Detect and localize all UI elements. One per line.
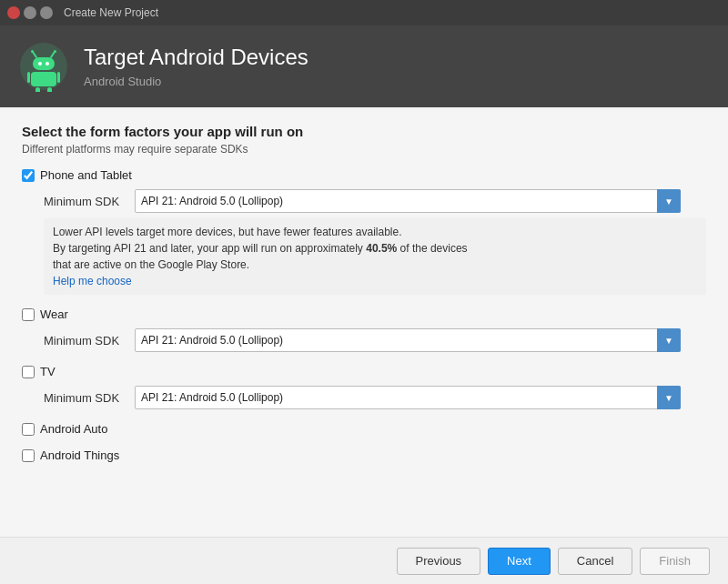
phone-tablet-sdk-wrapper: API 21: Android 5.0 (Lollipop)API 22: An… xyxy=(135,189,681,213)
help-link-row: Help me choose xyxy=(53,273,697,289)
title-bar: Create New Project xyxy=(0,0,728,25)
phone-tablet-info-box: Lower API levels target more devices, bu… xyxy=(44,218,706,295)
phone-tablet-sdk-row: Minimum SDK API 21: Android 5.0 (Lollipo… xyxy=(44,189,706,213)
phone-tablet-sdk-label: Minimum SDK xyxy=(44,195,126,208)
tv-sdk-select[interactable]: API 21: Android 5.0 (Lollipop)API 22: An… xyxy=(135,386,681,409)
phone-tablet-group: Phone and Tablet Minimum SDK API 21: And… xyxy=(22,168,706,295)
tv-group: TV Minimum SDK API 21: Android 5.0 (Loll… xyxy=(22,365,706,409)
phone-tablet-sdk-select[interactable]: API 21: Android 5.0 (Lollipop)API 22: An… xyxy=(135,189,681,213)
phone-tablet-label[interactable]: Phone and Tablet xyxy=(40,168,132,182)
wear-group: Wear Minimum SDK API 21: Android 5.0 (Lo… xyxy=(22,307,706,352)
tv-sdk-label: Minimum SDK xyxy=(44,391,126,405)
svg-rect-5 xyxy=(33,57,55,70)
header-title: Target Android Devices xyxy=(84,45,308,71)
maximize-button[interactable] xyxy=(40,6,53,19)
wear-sdk-wrapper: API 21: Android 5.0 (Lollipop)API 22: An… xyxy=(135,328,681,352)
svg-rect-11 xyxy=(35,87,40,92)
android-auto-checkbox-row: Android Auto xyxy=(22,422,706,436)
svg-rect-10 xyxy=(57,72,60,83)
wear-checkbox-row: Wear xyxy=(22,307,706,321)
window-controls xyxy=(7,6,53,19)
main-window: Create New Project xyxy=(0,0,728,584)
dialog-footer: Previous Next Cancel Finish xyxy=(0,537,728,584)
tv-sdk-row: Minimum SDK API 21: Android 5.0 (Lollipo… xyxy=(44,386,706,409)
section-subtitle: Different platforms may require separate… xyxy=(22,143,706,156)
wear-sdk-row: Minimum SDK API 21: Android 5.0 (Lollipo… xyxy=(44,328,706,352)
svg-point-6 xyxy=(38,62,42,65)
dialog-header: Target Android Devices Android Studio xyxy=(0,25,728,107)
info-line2-start: By targeting API 21 and later, your app … xyxy=(53,242,366,255)
svg-rect-9 xyxy=(27,72,30,83)
wear-label[interactable]: Wear xyxy=(40,307,68,321)
header-subtitle: Android Studio xyxy=(84,75,308,88)
section-title: Select the form factors your app will ru… xyxy=(22,124,706,139)
info-line2-end: of the devices xyxy=(397,242,467,255)
phone-tablet-checkbox-row: Phone and Tablet xyxy=(22,168,706,182)
info-line1: Lower API levels target more devices, bu… xyxy=(53,224,697,240)
content-area: Select the form factors your app will ru… xyxy=(0,107,728,584)
android-auto-label[interactable]: Android Auto xyxy=(40,422,107,436)
android-things-label[interactable]: Android Things xyxy=(40,448,119,462)
info-line3: that are active on the Google Play Store… xyxy=(53,257,697,273)
close-button[interactable] xyxy=(7,6,20,19)
svg-point-7 xyxy=(46,62,49,65)
phone-tablet-checkbox[interactable] xyxy=(22,169,35,182)
minimize-button[interactable] xyxy=(24,6,36,19)
tv-checkbox-row: TV xyxy=(22,365,706,378)
android-auto-group: Android Auto xyxy=(22,422,706,436)
svg-rect-8 xyxy=(31,72,56,86)
window-title: Create New Project xyxy=(64,6,158,19)
wear-sdk-select[interactable]: API 21: Android 5.0 (Lollipop)API 22: An… xyxy=(135,328,681,352)
tv-label[interactable]: TV xyxy=(40,365,56,378)
android-logo-icon xyxy=(18,41,69,92)
android-things-checkbox[interactable] xyxy=(22,449,35,462)
info-percentage: 40.5% xyxy=(366,242,397,255)
info-line2: By targeting API 21 and later, your app … xyxy=(53,240,697,257)
svg-rect-12 xyxy=(47,87,52,92)
header-text: Target Android Devices Android Studio xyxy=(84,45,308,88)
previous-button[interactable]: Previous xyxy=(397,548,481,575)
help-me-choose-link[interactable]: Help me choose xyxy=(53,275,132,287)
cancel-button[interactable]: Cancel xyxy=(558,548,632,575)
svg-point-2 xyxy=(31,50,34,53)
android-things-group: Android Things xyxy=(22,448,706,462)
next-button[interactable]: Next xyxy=(488,548,551,575)
android-auto-checkbox[interactable] xyxy=(22,423,35,436)
svg-point-4 xyxy=(54,50,56,53)
finish-button[interactable]: Finish xyxy=(640,548,710,575)
android-things-checkbox-row: Android Things xyxy=(22,448,706,462)
wear-sdk-label: Minimum SDK xyxy=(44,334,126,347)
tv-checkbox[interactable] xyxy=(22,366,35,378)
wear-checkbox[interactable] xyxy=(22,308,35,321)
tv-sdk-wrapper: API 21: Android 5.0 (Lollipop)API 22: An… xyxy=(135,386,681,409)
